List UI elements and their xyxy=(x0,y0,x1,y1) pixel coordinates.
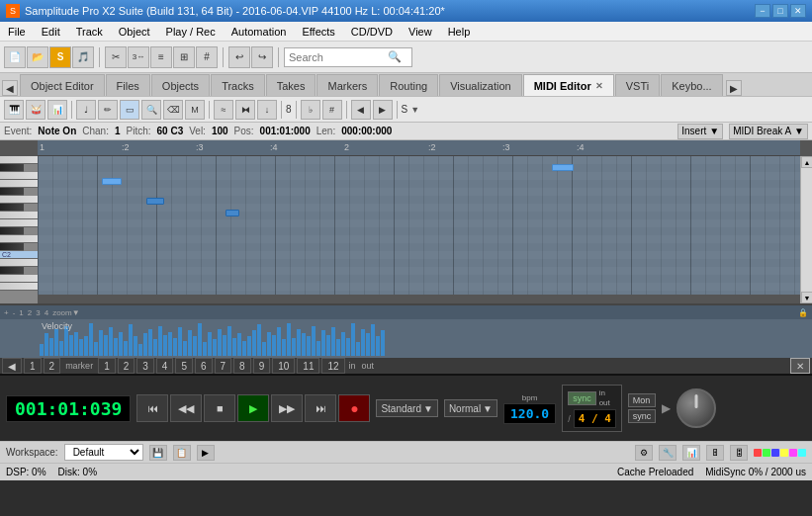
midi-import-icon[interactable]: ↓ xyxy=(257,100,277,120)
tab-midi-close-btn[interactable]: ✕ xyxy=(595,81,603,91)
scroll-up-btn[interactable]: ▲ xyxy=(801,156,812,168)
maximize-btn[interactable]: □ xyxy=(772,4,788,18)
tab-midi-editor[interactable]: MIDI Editor ✕ xyxy=(523,74,614,96)
play-btn[interactable]: ▶ xyxy=(237,394,269,422)
sharp-icon[interactable]: # xyxy=(322,100,342,120)
cfg-btn-4[interactable]: 🎚 xyxy=(706,445,724,461)
open-btn[interactable]: 📂 xyxy=(27,46,48,68)
piano-key-white[interactable] xyxy=(0,212,38,219)
tab-tracks[interactable]: Tracks xyxy=(211,74,265,96)
redo-btn[interactable]: ↪ xyxy=(251,46,273,68)
tab-objects[interactable]: Objects xyxy=(151,74,210,96)
window-controls[interactable]: − □ ✕ xyxy=(755,4,806,18)
piano-key-white[interactable] xyxy=(0,235,38,243)
vip-btn[interactable]: 🎵 xyxy=(72,46,94,68)
piano-key-black[interactable] xyxy=(0,164,24,172)
record-btn[interactable]: ● xyxy=(338,394,370,422)
eraser-icon[interactable]: ⌫ xyxy=(163,100,183,120)
standard-dropdown[interactable]: Standard ▼ xyxy=(376,399,438,417)
tab-markers[interactable]: Markers xyxy=(316,74,378,96)
insert-dropdown[interactable]: Insert ▼ xyxy=(677,124,723,139)
prev-marker-btn[interactable]: ◀ xyxy=(2,358,22,374)
mk9[interactable]: 9 xyxy=(253,358,271,374)
piano-key-black[interactable] xyxy=(0,267,24,275)
piano-key-white[interactable] xyxy=(0,283,38,291)
piano-key-white[interactable] xyxy=(0,172,38,180)
mk3[interactable]: 3 xyxy=(136,358,154,374)
piano-key-white[interactable] xyxy=(0,259,38,267)
split-icon[interactable]: ⧓ xyxy=(235,100,255,120)
fast-fwd-btn[interactable]: ▶▶ xyxy=(271,394,303,422)
mk6[interactable]: 6 xyxy=(195,358,213,374)
vel-zoom[interactable]: zoom▼ xyxy=(52,308,79,317)
menu-effects[interactable]: Effects xyxy=(294,24,342,40)
ws-btn-3[interactable]: ▶ xyxy=(197,445,215,461)
midi-note-1[interactable] xyxy=(102,178,122,185)
select-icon[interactable]: ▭ xyxy=(120,100,139,120)
pencil-icon[interactable]: ✏ xyxy=(98,100,118,120)
rewind-btn[interactable]: ◀◀ xyxy=(170,394,202,422)
vel-4-btn[interactable]: 4 xyxy=(45,308,48,317)
mk2[interactable]: 2 xyxy=(118,358,135,374)
menu-cddvd[interactable]: CD/DVD xyxy=(343,24,401,40)
close-btn[interactable]: ✕ xyxy=(790,4,806,18)
vel-3-btn[interactable]: 3 xyxy=(36,308,40,317)
tab-vsti[interactable]: VSTi xyxy=(615,74,660,96)
save-btn[interactable]: S xyxy=(49,46,71,68)
mk4[interactable]: 4 xyxy=(156,358,174,374)
stop-btn[interactable]: ■ xyxy=(204,394,235,422)
new-btn[interactable]: 📄 xyxy=(4,46,26,68)
piano-key-white[interactable] xyxy=(0,219,38,227)
cut-btn[interactable]: ✂ xyxy=(105,46,127,68)
menu-edit[interactable]: Edit xyxy=(34,24,68,40)
tab-visualization[interactable]: Visualization xyxy=(439,74,522,96)
search-input[interactable] xyxy=(289,51,388,63)
mk10[interactable]: 10 xyxy=(272,358,295,374)
cfg-btn-3[interactable]: 📊 xyxy=(682,445,700,461)
workspace-selector[interactable]: Default xyxy=(64,444,143,461)
close-midi-btn[interactable]: ✕ xyxy=(790,358,810,374)
menu-help[interactable]: Help xyxy=(440,24,479,40)
marker-num-1[interactable]: 1 xyxy=(24,358,42,374)
menu-view[interactable]: View xyxy=(401,24,440,40)
mk11[interactable]: 11 xyxy=(297,358,319,374)
piano-key-black[interactable] xyxy=(0,243,24,251)
scroll-left-icon[interactable]: ◀ xyxy=(351,100,371,120)
tab-prev-btn[interactable]: ◀ xyxy=(2,80,18,96)
tab-object-editor[interactable]: Object Editor xyxy=(20,74,105,96)
piano-key-black[interactable] xyxy=(0,227,24,235)
menu-object[interactable]: Object xyxy=(111,24,158,40)
menu-play-rec[interactable]: Play / Rec xyxy=(158,24,224,40)
tab-files[interactable]: Files xyxy=(106,74,150,96)
marker-num-2[interactable]: 2 xyxy=(44,358,61,374)
mon-btn[interactable]: Mon xyxy=(628,393,657,407)
piano-key-black[interactable] xyxy=(0,204,24,212)
undo-btn[interactable]: ↩ xyxy=(228,46,250,68)
align-btn[interactable]: ≡ xyxy=(150,46,172,68)
piano-key-white[interactable] xyxy=(0,180,38,188)
glue-icon[interactable]: M xyxy=(185,100,205,120)
magnify-icon[interactable]: 🔍 xyxy=(141,100,161,120)
menu-track[interactable]: Track xyxy=(68,24,111,40)
tab-routing[interactable]: Routing xyxy=(379,74,438,96)
drum-icon[interactable]: 🥁 xyxy=(26,100,45,120)
cfg-btn-2[interactable]: 🔧 xyxy=(659,445,677,461)
break-dropdown[interactable]: MIDI Break A ▼ xyxy=(729,124,808,139)
vertical-scrollbar[interactable]: ▲ ▼ xyxy=(800,156,812,303)
tab-next-btn[interactable]: ▶ xyxy=(726,80,742,96)
sync-btn[interactable]: sync xyxy=(568,391,596,405)
minimize-btn[interactable]: − xyxy=(755,4,770,18)
mk5[interactable]: 5 xyxy=(175,358,193,374)
midi-note-4[interactable] xyxy=(552,164,574,171)
vel-minus[interactable]: - xyxy=(13,308,16,317)
menu-file[interactable]: File xyxy=(0,24,34,40)
scroll-thumb[interactable] xyxy=(801,168,812,292)
cfg-btn-5[interactable]: 🎛 xyxy=(730,445,748,461)
sync-btn2[interactable]: sync xyxy=(628,409,657,423)
snap-btn[interactable]: # xyxy=(196,46,218,68)
midi-canvas[interactable] xyxy=(38,156,800,295)
velocity-icon[interactable]: ≈ xyxy=(214,100,233,120)
normal-dropdown[interactable]: Normal ▼ xyxy=(444,399,497,417)
midi-note-2[interactable] xyxy=(146,198,164,205)
cursor-btn[interactable]: 3↔ xyxy=(128,46,149,68)
